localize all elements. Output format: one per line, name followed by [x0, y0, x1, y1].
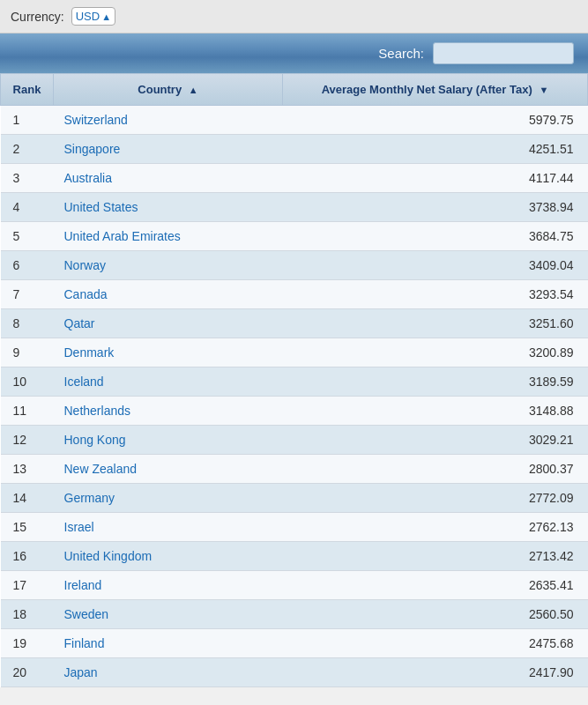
table-row: 6Norway3409.04 [1, 251, 588, 280]
salary-cell: 3684.75 [283, 222, 588, 251]
table-row: 19Finland2475.68 [1, 629, 588, 658]
table-row: 18Sweden2560.50 [1, 600, 588, 629]
rank-cell: 13 [1, 455, 54, 484]
country-cell[interactable]: Hong Kong [54, 426, 283, 455]
country-cell[interactable]: Qatar [54, 309, 283, 338]
country-cell[interactable]: United Arab Emirates [54, 222, 283, 251]
search-input[interactable] [433, 42, 574, 64]
salary-cell: 2417.90 [283, 658, 588, 687]
rank-cell: 5 [1, 222, 54, 251]
table-row: 16United Kingdom2713.42 [1, 542, 588, 571]
country-sort-icon: ▲ [189, 85, 198, 95]
salary-cell: 4117.44 [283, 164, 588, 193]
country-cell[interactable]: Canada [54, 280, 283, 309]
country-cell[interactable]: Switzerland [54, 106, 283, 135]
rank-cell: 18 [1, 600, 54, 629]
table-row: 4United States3738.94 [1, 193, 588, 222]
table-header-row: Rank Country ▲ Average Monthly Net Salar… [1, 74, 588, 106]
rank-cell: 14 [1, 484, 54, 513]
salary-cell: 2772.09 [283, 484, 588, 513]
rank-cell: 10 [1, 367, 54, 397]
search-label: Search: [378, 46, 424, 61]
table-row: 1Switzerland5979.75 [1, 106, 588, 135]
salary-cell: 2762.13 [283, 513, 588, 542]
country-cell[interactable]: Denmark [54, 338, 283, 367]
country-cell[interactable]: United States [54, 193, 283, 222]
column-header-salary[interactable]: Average Monthly Net Salary (After Tax) ▼ [283, 74, 588, 106]
table-row: 12Hong Kong3029.21 [1, 426, 588, 455]
currency-value: USD [76, 10, 100, 23]
rank-cell: 11 [1, 397, 54, 426]
country-cell[interactable]: New Zealand [54, 455, 283, 484]
salary-cell: 5979.75 [283, 106, 588, 135]
country-cell[interactable]: Israel [54, 513, 283, 542]
salary-cell: 3148.88 [283, 397, 588, 426]
currency-dropdown-icon: ▲ [101, 11, 111, 22]
rank-cell: 4 [1, 193, 54, 222]
salary-sort-icon: ▼ [539, 85, 548, 95]
rank-cell: 16 [1, 542, 54, 571]
salary-cell: 3189.59 [283, 367, 588, 397]
column-header-rank[interactable]: Rank [1, 74, 54, 106]
table-row: 15Israel2762.13 [1, 513, 588, 542]
table-row: 10Iceland3189.59 [1, 367, 588, 397]
table-row: 14Germany2772.09 [1, 484, 588, 513]
salary-cell: 3738.94 [283, 193, 588, 222]
salary-cell: 4251.51 [283, 135, 588, 164]
salary-table: Rank Country ▲ Average Monthly Net Salar… [0, 73, 588, 687]
table-container: Rank Country ▲ Average Monthly Net Salar… [0, 73, 588, 687]
country-cell[interactable]: Netherlands [54, 397, 283, 426]
salary-cell: 2800.37 [283, 455, 588, 484]
top-bar: Currency: USD ▲ [0, 0, 588, 33]
rank-cell: 1 [1, 106, 54, 135]
salary-cell: 2560.50 [283, 600, 588, 629]
salary-cell: 3251.60 [283, 309, 588, 338]
country-cell[interactable]: United Kingdom [54, 542, 283, 571]
table-row: 8Qatar3251.60 [1, 309, 588, 338]
table-row: 5United Arab Emirates3684.75 [1, 222, 588, 251]
currency-select[interactable]: USD ▲ [71, 7, 115, 26]
country-cell[interactable]: Australia [54, 164, 283, 193]
table-row: 9Denmark3200.89 [1, 338, 588, 367]
salary-cell: 3200.89 [283, 338, 588, 367]
salary-cell: 2635.41 [283, 571, 588, 600]
salary-cell: 2475.68 [283, 629, 588, 658]
country-cell[interactable]: Germany [54, 484, 283, 513]
table-row: 3Australia4117.44 [1, 164, 588, 193]
country-cell[interactable]: Japan [54, 658, 283, 687]
rank-cell: 6 [1, 251, 54, 280]
rank-cell: 20 [1, 658, 54, 687]
rank-cell: 15 [1, 513, 54, 542]
salary-cell: 2713.42 [283, 542, 588, 571]
rank-cell: 3 [1, 164, 54, 193]
table-row: 13New Zealand2800.37 [1, 455, 588, 484]
rank-cell: 9 [1, 338, 54, 367]
country-cell[interactable]: Norway [54, 251, 283, 280]
rank-cell: 2 [1, 135, 54, 164]
country-cell[interactable]: Finland [54, 629, 283, 658]
salary-cell: 3409.04 [283, 251, 588, 280]
table-row: 11Netherlands3148.88 [1, 397, 588, 426]
column-header-country[interactable]: Country ▲ [54, 74, 283, 106]
search-bar: Search: [0, 33, 588, 73]
currency-label: Currency: [11, 10, 64, 24]
country-cell[interactable]: Ireland [54, 571, 283, 600]
rank-cell: 7 [1, 280, 54, 309]
rank-cell: 12 [1, 426, 54, 455]
rank-cell: 19 [1, 629, 54, 658]
salary-cell: 3029.21 [283, 426, 588, 455]
rank-cell: 8 [1, 309, 54, 338]
salary-cell: 3293.54 [283, 280, 588, 309]
table-row: 20Japan2417.90 [1, 658, 588, 687]
table-row: 2Singapore4251.51 [1, 135, 588, 164]
country-cell[interactable]: Iceland [54, 367, 283, 397]
rank-cell: 17 [1, 571, 54, 600]
table-row: 7Canada3293.54 [1, 280, 588, 309]
table-row: 17Ireland2635.41 [1, 571, 588, 600]
country-cell[interactable]: Sweden [54, 600, 283, 629]
country-cell[interactable]: Singapore [54, 135, 283, 164]
table-body: 1Switzerland5979.752Singapore4251.513Aus… [1, 106, 588, 687]
